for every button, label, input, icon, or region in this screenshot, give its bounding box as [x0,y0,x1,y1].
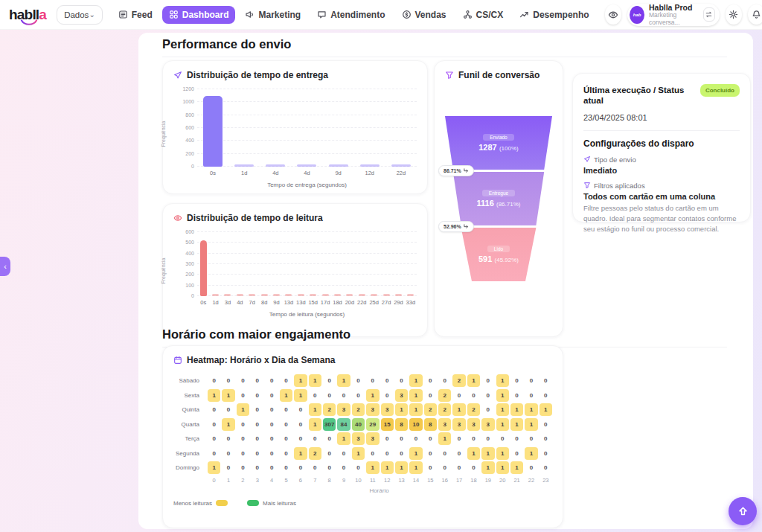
legend-swatch-high [247,500,259,506]
heatmap-cell: 3 [381,403,394,416]
heatmap-hour-label: 4 [266,476,278,485]
heatmap-cell: 0 [424,447,437,460]
heatmap-cell: 1 [294,374,307,387]
heatmap-cell: 0 [237,461,249,474]
section-title-performance: Performance do envio [162,37,727,57]
send-type-label-row: Tipo de envio [583,156,740,164]
settings-gear-button[interactable] [726,4,743,25]
heatmap-cell: 1 [280,389,292,402]
nav-item-desempenho[interactable]: Desempenho [513,6,595,24]
delivery-time-chart-card: Distribuição de tempo de entrega Frequên… [162,60,428,194]
heatmap-cell: 1 [309,374,321,387]
nav-item-vendas[interactable]: Vendas [395,6,453,24]
bar [407,294,414,296]
notifications-bell-button[interactable] [748,4,762,25]
heatmap-corner [173,476,206,485]
scroll-top-fab[interactable] [729,497,757,525]
x-tick-label: 9d [270,299,282,306]
funnel-stage-value: 591 (45.92%) [478,254,519,263]
heatmap-cell: 0 [323,432,336,445]
bar-column [283,294,295,296]
heatmap-hour-label: 9 [337,476,350,485]
x-tick-label: 4d [260,170,291,176]
arrow-down-icon [464,224,469,230]
heatmap-legend: Menos leituras Mais leituras [173,500,552,507]
bar [383,294,390,296]
x-tick-label: 0s [197,170,228,176]
bars-row [197,89,417,167]
heatmap-cell: 0 [208,403,220,416]
bar-column [270,294,282,296]
x-tick-label: 25d [368,299,380,306]
heatmap-cell: 0 [452,389,465,402]
nav-item-dashboard[interactable]: Dashboard [162,6,236,24]
heatmap-hour-label: 14 [409,476,422,485]
bar-column [319,294,331,296]
bar [298,294,304,296]
status-header: Última execução / Status atual Concluído [583,84,740,106]
workspace-subtitle: Marketing conversa... [649,12,699,27]
filters-label-row: Filtros aplicados [583,182,740,190]
status-timestamp: 23/04/2025 08:01 [583,113,740,122]
nav-item-cscx[interactable]: CS/CX [456,6,510,24]
x-tick-label: 1d [209,299,221,306]
heatmap-cell: 1 [309,403,321,416]
nav-item-feed[interactable]: Feed [112,6,159,24]
heatmap-hour-label: 2 [237,476,249,485]
paper-plane-icon [173,71,182,80]
switch-workspace-button[interactable] [703,7,715,22]
eye-icon [608,10,618,20]
funnel-stage-entregue: Entregue1116 (86.71%) [445,172,552,225]
workspace-profile[interactable]: hab Hablla Prod Marketing conversa... [627,4,719,26]
heatmap-cell: 0 [280,418,292,431]
heatmap-hour-label: 12 [381,476,394,485]
arrow-up-icon [737,505,749,518]
nav-item-marketing[interactable]: Marketing [238,6,307,24]
heatmap-cell: 1 [222,418,234,431]
heatmap-cell: 0 [222,461,234,474]
nav-item-atendimento[interactable]: Atendimento [310,6,391,24]
bar-column [385,164,417,167]
filters-description: Filtre pessoas pelo status do cartão em … [583,203,740,235]
nav-item-label: Marketing [258,10,301,20]
heatmap-cell: 0 [222,374,234,387]
bar-column [209,294,221,296]
heatmap-cell: 1 [496,461,509,474]
heatmap-cell: 0 [424,432,437,445]
heatmap-hour-label: 1 [222,476,234,485]
heatmap-cell: 0 [510,432,523,445]
bar-column [368,294,380,296]
heatmap-cell: 0 [280,432,292,445]
heatmap-cell: 0 [510,447,523,460]
x-tick-label: 15d [307,299,319,306]
bar-column [323,164,354,167]
bar [237,294,243,296]
heatmap-cell: 0 [510,374,523,387]
heatmap-cell: 0 [467,389,480,402]
divider [583,130,740,131]
sidebar-collapse-button[interactable]: ‹ [0,257,10,276]
y-tick-label: 400 [175,251,194,256]
bar-column [380,294,392,296]
heatmap-cell: 1 [309,418,321,431]
funnel-stage-label: Enviado [483,134,514,141]
heatmap-row-label: Segunda [173,447,206,460]
x-tick-label: 3d [222,299,234,306]
bar [273,294,280,296]
bar [371,294,377,296]
preview-eye-button[interactable] [605,4,622,25]
heatmap-cell: 1 [366,389,379,402]
x-tick-label: 12d [354,170,385,176]
read-chart: Frequência 0100200300400500600 0s1d3d4d7… [173,232,417,318]
heatmap-cell: 1 [540,403,552,416]
heatmap-cell: 15 [381,418,394,431]
heatmap-cell: 0 [452,461,465,474]
dashboard-panel: Performance do envio Distribuição de tem… [138,33,753,529]
workspace-select[interactable]: Dados ⌄ [57,5,103,25]
bar [224,294,231,296]
heatmap-cell: 1 [467,447,480,460]
hablla-logo[interactable]: hablla [9,7,46,23]
x-axis-label: Tempo de entrega (segundos) [197,182,417,188]
drop-rate-value: 86.71% [444,168,461,173]
card-title: Heatmap: Horário x Dia da Semana [187,355,335,365]
